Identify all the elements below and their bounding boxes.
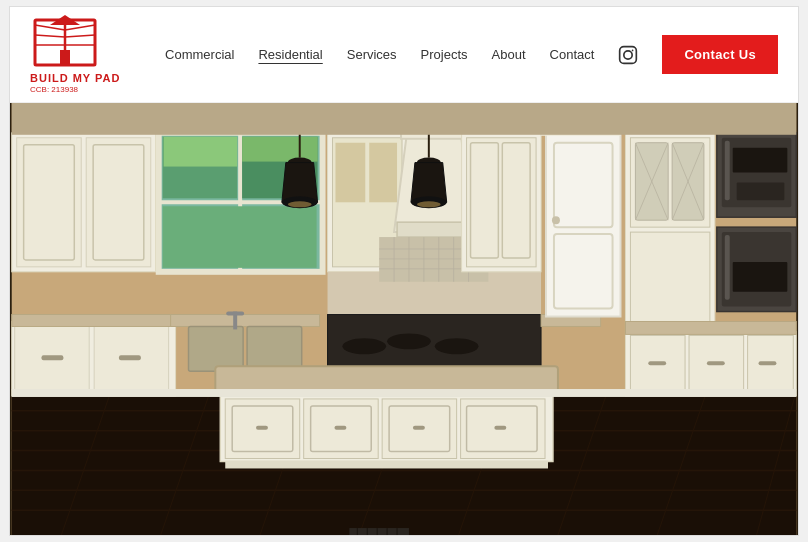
logo-area: BUILD MY PAD CCB: 213938: [30, 15, 120, 94]
svg-rect-51: [247, 326, 302, 371]
svg-rect-56: [335, 143, 365, 203]
svg-rect-130: [494, 426, 506, 430]
svg-point-74: [387, 333, 431, 349]
nav-about[interactable]: About: [492, 47, 526, 62]
svg-rect-108: [733, 262, 788, 292]
svg-point-136: [288, 201, 312, 207]
svg-point-11: [624, 50, 632, 58]
svg-rect-93: [630, 232, 709, 326]
svg-rect-113: [648, 361, 666, 365]
svg-rect-59: [397, 222, 470, 237]
nav-area: Commercial Residential Services Projects…: [165, 35, 778, 74]
nav-contact[interactable]: Contact: [550, 47, 595, 62]
instagram-icon: [618, 45, 638, 65]
brand-name: BUILD MY PAD: [30, 72, 120, 84]
contact-us-button[interactable]: Contact Us: [662, 35, 778, 74]
svg-rect-50: [188, 326, 243, 371]
svg-rect-39: [12, 315, 186, 327]
svg-rect-47: [242, 137, 317, 162]
svg-rect-147: [12, 103, 797, 135]
svg-rect-142: [12, 389, 797, 397]
instagram-link[interactable]: [618, 45, 638, 65]
svg-point-12: [632, 49, 634, 51]
svg-rect-82: [467, 138, 537, 267]
svg-rect-48: [163, 206, 317, 268]
svg-rect-129: [413, 426, 425, 430]
svg-rect-38: [119, 355, 141, 360]
svg-rect-45: [164, 137, 237, 167]
nav-services[interactable]: Services: [347, 47, 397, 62]
svg-rect-127: [256, 426, 268, 430]
svg-rect-131: [225, 461, 548, 469]
svg-rect-116: [625, 321, 796, 334]
svg-rect-53: [226, 312, 244, 316]
hero-image: [10, 103, 798, 535]
svg-rect-102: [725, 141, 730, 201]
nav-residential[interactable]: Residential: [258, 47, 322, 62]
svg-rect-10: [620, 46, 637, 63]
page-wrapper: BUILD MY PAD CCB: 213938 Commercial Resi…: [9, 6, 799, 536]
svg-rect-49: [171, 315, 320, 327]
svg-line-6: [65, 35, 95, 37]
svg-point-73: [342, 338, 386, 354]
nav-commercial[interactable]: Commercial: [165, 47, 234, 62]
svg-rect-104: [737, 182, 785, 200]
svg-rect-8: [60, 50, 70, 65]
logo-icon: [30, 15, 100, 70]
svg-point-89: [552, 216, 560, 224]
ccb-number: CCB: 213938: [30, 85, 78, 94]
svg-rect-115: [759, 361, 777, 365]
svg-line-3: [35, 35, 65, 37]
svg-point-141: [417, 201, 441, 207]
svg-rect-31: [86, 138, 151, 267]
svg-rect-37: [42, 355, 64, 360]
svg-rect-148: [349, 528, 409, 535]
svg-rect-128: [334, 426, 346, 430]
kitchen-illustration: [10, 103, 798, 535]
svg-line-2: [35, 25, 65, 30]
svg-rect-114: [707, 361, 725, 365]
header: BUILD MY PAD CCB: 213938 Commercial Resi…: [10, 7, 798, 103]
nav-projects[interactable]: Projects: [421, 47, 468, 62]
svg-rect-86: [546, 133, 620, 317]
svg-point-75: [435, 338, 479, 354]
svg-rect-107: [725, 235, 730, 300]
svg-rect-57: [369, 143, 397, 203]
svg-rect-103: [733, 148, 788, 173]
svg-line-5: [65, 25, 95, 30]
svg-rect-30: [17, 138, 82, 267]
